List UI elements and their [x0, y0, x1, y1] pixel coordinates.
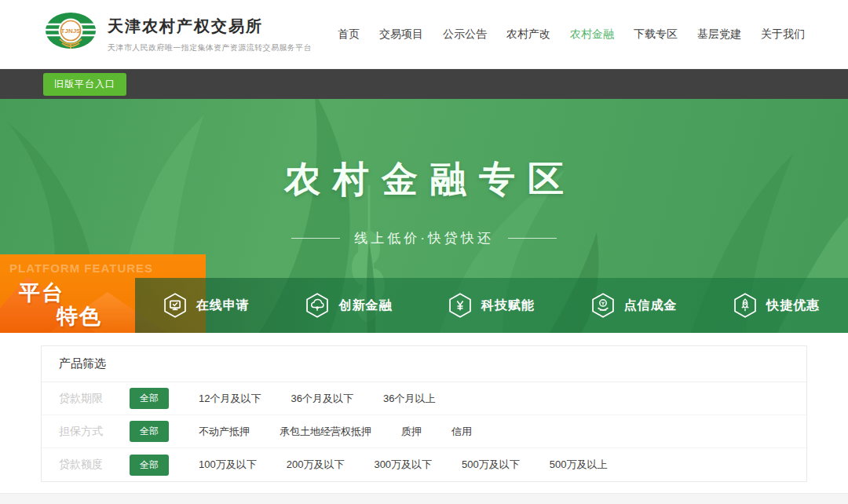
product-filter-card: 产品筛选 贷款期限 全部 12个月及以下 36个月及以下 36个月以上 担保方式…: [41, 345, 807, 482]
yen-icon: [448, 293, 472, 318]
main-content: 产品筛选 贷款期限 全部 12个月及以下 36个月及以下 36个月以上 担保方式…: [0, 333, 848, 482]
brand[interactable]: TJNJS 天津农村产权交易所 天津市人民政府唯一指定集体资产资源流转交易服务平…: [43, 9, 312, 60]
tab-tech-empowerment[interactable]: 科技赋能: [420, 278, 563, 333]
tab-label: 创新金融: [338, 298, 392, 314]
nav-item-party-building[interactable]: 基层党建: [697, 27, 741, 42]
filter-all-button[interactable]: 全部: [130, 388, 169, 409]
site-subtitle: 天津市人民政府唯一指定集体资产资源流转交易服务平台: [108, 42, 312, 53]
tab-label: 在线申请: [196, 298, 250, 314]
filter-option[interactable]: 500万及以上: [550, 458, 608, 472]
nav-item-rural-reform[interactable]: 农村产改: [506, 27, 550, 42]
filter-option[interactable]: 500万及以下: [462, 458, 520, 472]
tab-label: 快捷优惠: [766, 298, 820, 314]
site-title: 天津农村产权交易所: [108, 16, 312, 37]
filter-option[interactable]: 承包土地经营权抵押: [280, 425, 371, 439]
filter-option[interactable]: 质押: [401, 425, 422, 439]
site-header: TJNJS 天津农村产权交易所 天津市人民政府唯一指定集体资产资源流转交易服务平…: [0, 0, 848, 69]
nav-item-rural-finance[interactable]: 农村金融: [570, 27, 614, 42]
filter-option[interactable]: 36个月及以下: [291, 392, 353, 406]
tab-label: 点信成金: [624, 298, 678, 314]
tab-online-apply[interactable]: 在线申请: [135, 278, 278, 333]
filter-all-button[interactable]: 全部: [130, 455, 169, 476]
main-nav: 首页 交易项目 公示公告 农村产改 农村金融 下载专区 基层党建 关于我们: [338, 27, 805, 42]
hero-banner: 农村金融专区 线上低价·快贷快还 PLATFORM FEATURES 平台 特色: [0, 99, 848, 333]
cloud-icon: [305, 293, 329, 318]
old-platform-entry-button[interactable]: 旧版平台入口: [43, 73, 126, 96]
banner-subtitle: 线上低价·快贷快还: [0, 229, 848, 247]
banner-title: 农村金融专区: [0, 155, 848, 204]
site-logo: TJNJS: [43, 9, 98, 60]
filter-row-loan-term: 贷款期限 全部 12个月及以下 36个月及以下 36个月以上: [42, 382, 806, 415]
rocket-icon: [733, 293, 757, 318]
filter-option[interactable]: 300万及以下: [374, 458, 432, 472]
filter-option[interactable]: 12个月及以下: [199, 392, 261, 406]
filter-option[interactable]: 36个月以上: [383, 392, 435, 406]
subtitle-right-line: [508, 238, 557, 239]
filter-label: 担保方式: [59, 425, 117, 439]
filter-option[interactable]: 信用: [451, 425, 472, 439]
secondary-topbar: 旧版平台入口: [0, 69, 848, 99]
nav-item-home[interactable]: 首页: [338, 27, 360, 42]
tab-fast-discount[interactable]: 快捷优惠: [705, 278, 848, 333]
footer-strip: [0, 493, 848, 504]
feature-tabbar: 在线申请 创新金融: [135, 278, 848, 333]
nav-item-announcements[interactable]: 公示公告: [443, 27, 487, 42]
nav-item-projects[interactable]: 交易项目: [379, 27, 423, 42]
coin-hand-icon: [591, 293, 615, 318]
subtitle-left-line: [291, 238, 340, 239]
filter-row-loan-amount: 贷款额度 全部 100万及以下 200万及以下 300万及以下 500万及以下 …: [42, 448, 806, 481]
filter-all-button[interactable]: 全部: [130, 421, 169, 442]
tab-credit-to-gold[interactable]: 点信成金: [563, 278, 706, 333]
monitor-check-icon: [163, 293, 187, 318]
tab-innovative-finance[interactable]: 创新金融: [278, 278, 421, 333]
tab-label: 科技赋能: [481, 298, 535, 314]
svg-text:TJNJS: TJNJS: [61, 27, 82, 35]
filter-label: 贷款期限: [59, 392, 117, 406]
platform-features-cn-line2: 特色: [57, 302, 102, 331]
nav-item-downloads[interactable]: 下载专区: [634, 27, 678, 42]
filter-label: 贷款额度: [59, 458, 117, 472]
banner-subtitle-text: 线上低价·快贷快还: [354, 229, 494, 247]
filter-option[interactable]: 100万及以下: [199, 458, 257, 472]
filter-option[interactable]: 不动产抵押: [199, 425, 250, 439]
filter-row-guarantee-type: 担保方式 全部 不动产抵押 承包土地经营权抵押 质押 信用: [42, 415, 806, 448]
filter-option[interactable]: 200万及以下: [287, 458, 345, 472]
nav-item-about[interactable]: 关于我们: [761, 27, 805, 42]
platform-features-en-label: PLATFORM FEATURES: [9, 261, 153, 275]
filter-card-title: 产品筛选: [42, 346, 806, 382]
